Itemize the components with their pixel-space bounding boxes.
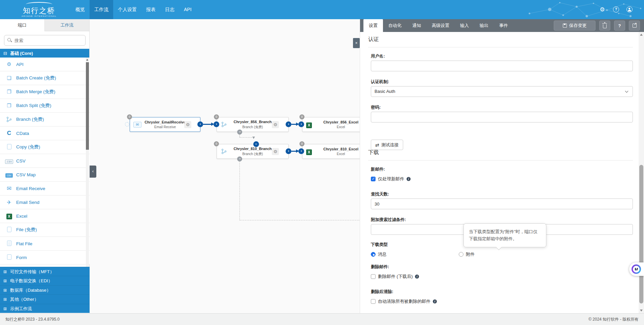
collapse-icon: ⊟ bbox=[3, 49, 10, 58]
nav-item-overview[interactable]: 概览 bbox=[71, 0, 90, 19]
chat-assistant-button[interactable] bbox=[629, 262, 644, 276]
output-port[interactable]: › bbox=[286, 148, 291, 154]
list-item-flat-file[interactable]: Flat File bbox=[0, 237, 90, 251]
tab-settings[interactable]: 设置 bbox=[363, 19, 383, 32]
purge-label: 删除后清除: bbox=[371, 289, 393, 295]
delete-button[interactable] bbox=[599, 21, 610, 31]
panel-tab-bar: 设置 自动化 通知 高级设置 输入 输出 事件 保存变更 ? bbox=[360, 19, 644, 32]
info-icon[interactable]: i bbox=[415, 275, 419, 279]
password-input[interactable] bbox=[371, 112, 633, 122]
workflow-canvas[interactable]: ‹ 0 ✉ Chrysler_EmailReceive Email Receiv… bbox=[90, 19, 360, 313]
list-item-api[interactable]: ⚙ API bbox=[0, 58, 90, 71]
list-item-branch[interactable]: Branch (免费) bbox=[0, 113, 90, 127]
list-item-batch-create[interactable]: ❏ Batch Create (免费) bbox=[0, 71, 90, 85]
node-chrysler-810-excel[interactable]: X Chrysler_810_Excel Excel bbox=[302, 144, 360, 159]
branch-bottom-port[interactable]: › bbox=[237, 156, 242, 161]
tooltip-text: 当下载类型配置为“附件”时，端口仅下载指定邮箱中的附件。 bbox=[469, 229, 538, 241]
version-text: 知行之桥® 2023 - 23.4.8795.0 bbox=[5, 317, 60, 322]
branch-bottom-port[interactable]: › bbox=[237, 130, 242, 135]
tab-input[interactable]: 输入 bbox=[455, 19, 474, 32]
tab-notifications[interactable]: 通知 bbox=[407, 19, 426, 32]
user-account-icon[interactable] bbox=[626, 6, 633, 13]
auth-mechanism-select[interactable]: Basic Auth bbox=[371, 86, 633, 97]
sidebar-scrollbar[interactable] bbox=[86, 58, 89, 286]
category-mft[interactable]: ⊞可控文件传输（MFT） bbox=[0, 267, 90, 276]
list-item-email-receive[interactable]: ✉ Email Receive bbox=[0, 182, 90, 195]
output-port[interactable]: › bbox=[286, 121, 291, 127]
list-item-excel[interactable]: X Excel bbox=[0, 209, 90, 223]
tab-events[interactable]: 事件 bbox=[494, 19, 513, 32]
branch-top-port[interactable]: › bbox=[253, 141, 259, 147]
list-item-form[interactable]: Form bbox=[0, 251, 90, 264]
node-chrysler-emailreceive[interactable]: ✉ Chrysler_EmailReceive Email Receive ⚙ bbox=[130, 117, 200, 132]
save-changes-button[interactable]: 保存变更 bbox=[554, 21, 595, 31]
node-settings-gear[interactable]: ⚙ bbox=[272, 121, 279, 128]
help-icon[interactable]: ? bbox=[613, 6, 620, 13]
scroll-up-arrow[interactable] bbox=[86, 59, 88, 61]
scrollbar-thumb[interactable] bbox=[639, 165, 643, 303]
radio-message[interactable] bbox=[371, 252, 376, 257]
nav-item-api[interactable]: API bbox=[179, 0, 196, 19]
node-chrysler-810-branch[interactable]: Chrysler_810_Branch Branch (免费) ⚙ bbox=[217, 144, 289, 159]
settings-gear-icon[interactable]: ⚙ bbox=[599, 6, 606, 13]
open-external-button[interactable] bbox=[629, 21, 640, 31]
sidebar-collapse-handle[interactable]: ‹ bbox=[90, 166, 96, 178]
input-port[interactable]: › bbox=[214, 121, 219, 127]
settings-panel: 设置 自动化 通知 高级设置 输入 输出 事件 保存变更 ? 认证 用户名: 认… bbox=[360, 19, 644, 313]
close-panel-button[interactable]: × bbox=[353, 38, 360, 48]
unconnected-input-port[interactable] bbox=[125, 122, 129, 127]
list-item-cdata[interactable]: C CData bbox=[0, 127, 90, 140]
category-samples[interactable]: ⊞示例工作流 bbox=[0, 304, 90, 313]
input-port[interactable]: › bbox=[298, 121, 304, 127]
form-icon bbox=[4, 254, 14, 261]
list-item-email-send[interactable]: ✈ Email Send bbox=[0, 195, 90, 209]
test-connection-button[interactable]: ⇄ 测试连接 bbox=[371, 140, 403, 150]
info-icon[interactable]: i bbox=[433, 299, 437, 303]
category-edi[interactable]: ⊞电子数据交换（EDI） bbox=[0, 276, 90, 285]
nav-item-reports[interactable]: 报表 bbox=[141, 0, 160, 19]
tab-ports[interactable]: 端口 bbox=[0, 19, 44, 31]
list-item-csv[interactable]: .CSV CSV bbox=[0, 154, 90, 168]
scroll-up-arrow[interactable] bbox=[640, 34, 643, 36]
node-settings-gear[interactable]: ⚙ bbox=[272, 148, 279, 155]
only-new-mail-checkbox[interactable] bbox=[371, 177, 376, 181]
scroll-down-arrow[interactable] bbox=[640, 310, 643, 312]
username-input[interactable] bbox=[371, 61, 633, 71]
node-settings-gear[interactable]: ⚙ bbox=[184, 121, 191, 128]
radio-attachment[interactable] bbox=[459, 252, 463, 257]
tab-output[interactable]: 输出 bbox=[474, 19, 494, 32]
tab-advanced[interactable]: 高级设置 bbox=[426, 19, 455, 32]
nav-item-workflow[interactable]: 工作流 bbox=[90, 0, 113, 19]
list-item-copy[interactable]: Copy (免费) bbox=[0, 140, 90, 154]
list-item-csv-map[interactable]: CSV CSV Map bbox=[0, 168, 90, 182]
category-other[interactable]: ⊞其他（Other） bbox=[0, 294, 90, 303]
trash-icon bbox=[603, 24, 607, 28]
scrollbar-thumb[interactable] bbox=[86, 62, 89, 150]
search-input[interactable] bbox=[14, 35, 82, 45]
app-logo[interactable]: 知行之桥 ARCESB INTERNATIONAL bbox=[19, 2, 59, 17]
input-port[interactable]: › bbox=[298, 148, 304, 154]
panel-help-button[interactable]: ? bbox=[614, 21, 625, 31]
nav-item-profile[interactable]: 个人设置 bbox=[113, 0, 141, 19]
node-chrysler-856-branch[interactable]: Chrysler_856_Branch Branch (免费) ⚙ bbox=[217, 117, 289, 132]
tab-automation[interactable]: 自动化 bbox=[383, 19, 407, 32]
info-icon[interactable]: i bbox=[407, 177, 411, 181]
excel-icon: X bbox=[306, 149, 312, 155]
output-port[interactable]: › bbox=[197, 121, 203, 127]
days-input[interactable] bbox=[371, 198, 633, 209]
csv-icon: .CSV bbox=[4, 158, 14, 164]
batch-create-icon: ❏ bbox=[4, 75, 14, 81]
delete-mail-checkbox[interactable] bbox=[371, 274, 376, 279]
file-icon bbox=[4, 227, 14, 233]
copyright-text: © 2024 知行软件 - 版权所有 bbox=[588, 317, 639, 322]
tab-workflows[interactable]: 工作流 bbox=[44, 19, 89, 31]
category-core[interactable]: ⊟基础 (Core) bbox=[0, 49, 89, 58]
category-database[interactable]: ⊞数据库（Database） bbox=[0, 285, 90, 294]
list-item-file[interactable]: File (免费) bbox=[0, 223, 90, 237]
nav-item-logs[interactable]: 日志 bbox=[160, 0, 179, 19]
list-item-batch-merge[interactable]: ❐ Batch Merge (免费) bbox=[0, 85, 90, 99]
main-nav: 概览 工作流 个人设置 报表 日志 API bbox=[71, 0, 196, 19]
node-chrysler-856-excel[interactable]: X Chrysler_856_Excel Excel bbox=[302, 117, 360, 132]
purge-checkbox[interactable] bbox=[371, 299, 376, 304]
list-item-batch-split[interactable]: ❒ Batch Split (免费) bbox=[0, 99, 90, 113]
